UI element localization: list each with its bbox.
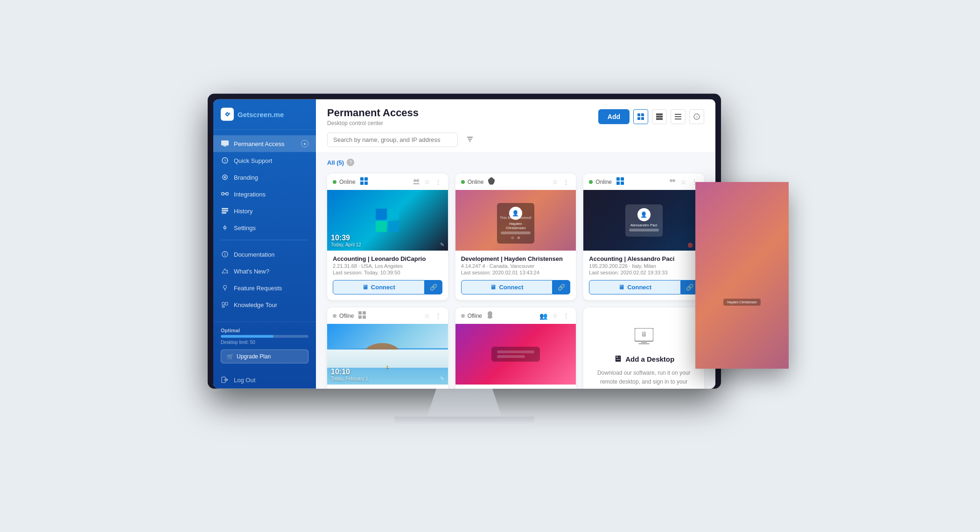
- sidebar-label-branding: Branding: [234, 174, 258, 181]
- desktop-limit: Desktop limit: 50: [221, 340, 308, 345]
- sidebar-label-whats-new: What's New?: [234, 267, 269, 274]
- dark-screenshot-3: 👤 Alessandro Paci 🔴⏻: [583, 190, 704, 251]
- more-button-5[interactable]: ⋮: [562, 312, 570, 319]
- star-button-2[interactable]: ☆: [551, 178, 559, 185]
- card-actions-1: ☆ ⋮: [412, 178, 442, 185]
- status-label-2: Online: [468, 178, 484, 185]
- header-top: Permanent Access Desktop control center …: [327, 107, 704, 126]
- add-desktop-card: 🖥 🖥 Add a Desktop Download our software,…: [583, 308, 704, 389]
- upgrade-plan-button[interactable]: 🛒 Upgrade Plan: [221, 350, 308, 364]
- status-label-3: Online: [595, 178, 612, 185]
- svg-rect-30: [675, 114, 681, 115]
- logout-item[interactable]: Log Out: [213, 371, 316, 389]
- integrations-icon: [221, 190, 229, 198]
- star-button-3[interactable]: ☆: [679, 178, 687, 185]
- svg-rect-19: [225, 302, 228, 305]
- group-button-1[interactable]: [412, 178, 420, 185]
- svg-rect-45: [621, 177, 624, 181]
- sidebar-item-knowledge-tour[interactable]: Knowledge Tour: [213, 296, 316, 313]
- svg-rect-39: [364, 177, 368, 181]
- search-input[interactable]: [327, 132, 458, 147]
- svg-rect-51: [363, 311, 366, 315]
- sidebar-item-feature-requests[interactable]: Feature Requests: [213, 280, 316, 296]
- sidebar-item-quick-support[interactable]: ? Quick Support: [213, 152, 316, 169]
- device-card-4: Ofline ☆ ⋮: [327, 308, 448, 389]
- sidebar-item-permanent-access[interactable]: Permanent Access +: [213, 135, 316, 152]
- more-button-2[interactable]: ⋮: [562, 178, 570, 185]
- purple-screenshot-5: [455, 324, 576, 385]
- title-area: Permanent Access Desktop control center: [327, 107, 419, 126]
- add-nav-icon[interactable]: +: [301, 140, 308, 147]
- phone-screen: G Getscreen.me All (5) Online: [700, 187, 784, 364]
- svg-rect-6: [222, 193, 224, 195]
- svg-point-14: [224, 252, 225, 253]
- knowledge-icon: [221, 301, 229, 309]
- card-screenshot-3: 👤 Alessandro Paci 🔴⏻: [583, 190, 704, 251]
- card-view-button[interactable]: [652, 109, 667, 124]
- screenshot-edit-4: ✎: [440, 376, 444, 382]
- star-button-4[interactable]: ☆: [423, 312, 431, 319]
- svg-rect-29: [656, 118, 663, 120]
- main-content: Permanent Access Desktop control center …: [316, 99, 715, 389]
- more-button-4[interactable]: ⋮: [434, 312, 442, 319]
- sidebar-item-integrations[interactable]: Integrations: [213, 186, 316, 203]
- star-button-1[interactable]: ☆: [423, 178, 431, 185]
- sidebar-item-documentation[interactable]: Documentation: [213, 246, 316, 263]
- phone-device: G Getscreen.me All (5) Online: [695, 182, 789, 369]
- sidebar-item-branding[interactable]: Branding: [213, 169, 316, 186]
- device-card-3: Online ☆ ⋮: [583, 174, 704, 300]
- card-screenshot-2: 👤 Hayden Christensen ⊙ ⊗ This Mac i: [455, 190, 576, 251]
- device-card-1: Online ☆ ⋮: [327, 174, 448, 300]
- sidebar-item-whats-new[interactable]: What's New?: [213, 263, 316, 280]
- status-label-1: Online: [339, 178, 356, 185]
- sidebar-label-settings: Settings: [234, 224, 256, 231]
- count-help-icon: ?: [347, 159, 354, 166]
- phone-content: Online ☆ ⋮ 10:39 Today, April 12: [700, 212, 784, 344]
- help-button[interactable]: ?: [689, 109, 704, 124]
- connect-button-1[interactable]: 🖥 Connect: [333, 280, 425, 294]
- card-ip-2: 4.14.247.4 · Canada, Vancouver: [461, 263, 571, 269]
- link-button-1[interactable]: 🔗: [425, 280, 442, 294]
- card-info-3: Accounting | Alessandro Paci 195.230.200…: [583, 251, 704, 280]
- svg-rect-46: [616, 182, 620, 185]
- status-label-5: Ofline: [468, 312, 482, 319]
- add-button[interactable]: Add: [598, 109, 630, 124]
- cart-icon: 🛒: [227, 353, 234, 360]
- filter-button[interactable]: [462, 132, 477, 147]
- card-name-3: Accounting | Alessandro Paci: [589, 255, 699, 262]
- card-name-2: Development | Hayden Christensen: [461, 255, 571, 262]
- connect-icon-3: 🖥: [618, 284, 624, 291]
- sidebar-label-docs: Documentation: [234, 251, 274, 258]
- logo-area: Getscreen.me: [213, 99, 316, 130]
- link-button-2[interactable]: 🔗: [553, 280, 570, 294]
- page-header: Permanent Access Desktop control center …: [316, 99, 715, 153]
- list-view-button[interactable]: [671, 109, 686, 124]
- group-button-3[interactable]: [668, 178, 677, 185]
- card-name-1: Accounting | Leonardo DiCaprio: [333, 255, 442, 262]
- sidebar-label-quick-support: Quick Support: [234, 157, 272, 164]
- group-button-5[interactable]: 👥: [539, 312, 548, 319]
- star-button-5[interactable]: ☆: [551, 312, 559, 319]
- card-info-1: Accounting | Leonardo DiCaprio 2.21.31.6…: [327, 251, 448, 280]
- os-icon-1: [360, 177, 368, 186]
- connect-icon-2: 🖥: [490, 284, 496, 291]
- svg-rect-10: [222, 210, 228, 211]
- sidebar-item-settings[interactable]: Settings: [213, 219, 316, 236]
- svg-rect-56: [638, 343, 650, 344]
- card-footer-2: 🖥 Connect 🔗: [455, 280, 576, 300]
- documentation-icon: [221, 250, 229, 259]
- svg-rect-55: [641, 341, 647, 343]
- os-icon-4: [358, 311, 366, 320]
- all-count-row: All (5) ?: [316, 153, 715, 170]
- mac-screenshot-2: 👤 Hayden Christensen ⊙ ⊗ This Mac i: [455, 190, 576, 251]
- connect-icon-1: 🖥: [362, 284, 368, 291]
- card-ip-1: 2.21.31.68 · USA, Los Angeles: [333, 263, 442, 269]
- progress-label: Optimal: [221, 328, 308, 333]
- more-button-1[interactable]: ⋮: [434, 178, 442, 185]
- grid-view-button[interactable]: [633, 109, 648, 124]
- connect-button-3[interactable]: 🖥 Connect: [589, 280, 681, 294]
- svg-rect-53: [363, 315, 366, 319]
- connect-button-2[interactable]: 🖥 Connect: [461, 280, 553, 294]
- svg-rect-38: [360, 177, 364, 181]
- sidebar-item-history[interactable]: History: [213, 203, 316, 219]
